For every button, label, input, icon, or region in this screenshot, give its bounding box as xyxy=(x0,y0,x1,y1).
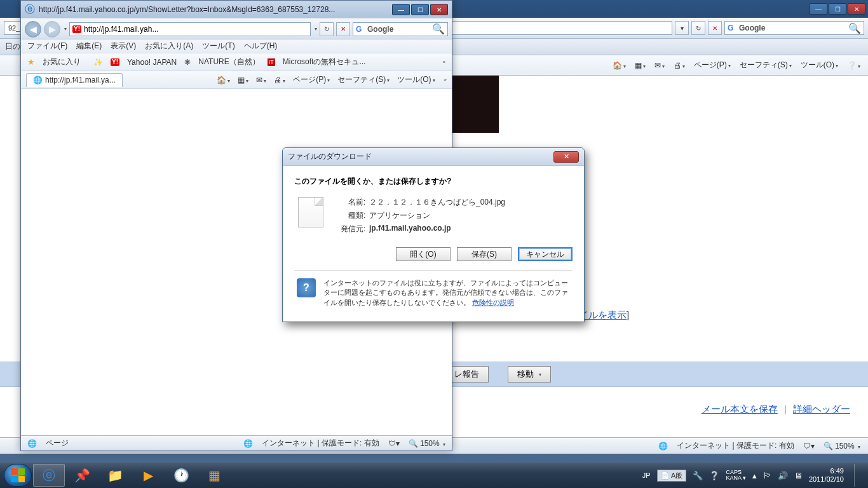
fg-close-button[interactable]: ✕ xyxy=(430,4,448,15)
taskbar-clock[interactable]: 6:49 2011/02/10 xyxy=(809,467,844,484)
fg-titlebar[interactable]: ⓔ http://jp.f41.mail.yahoo.co.jp/ym/Show… xyxy=(21,1,452,18)
caps-kana-indicator[interactable]: CAPSKANA ▾ xyxy=(726,470,746,481)
fg-menu-bar: ファイル(F) 編集(E) 表示(V) お気に入り(A) ツール(T) ヘルプ(… xyxy=(21,39,452,53)
image-thumbnail xyxy=(445,76,499,133)
menu-file[interactable]: ファイル(F) xyxy=(27,41,67,51)
fg-refresh-icon[interactable]: ↻ xyxy=(320,22,334,36)
from-label: 発信元: xyxy=(336,224,365,234)
ime-tool-icon[interactable]: 🔧 xyxy=(693,471,703,480)
menu-view[interactable]: 表示(V) xyxy=(111,41,136,51)
taskbar-pin[interactable]: 📌 xyxy=(66,464,98,487)
fg-status-globe-icon: 🌐 xyxy=(27,439,37,448)
detail-header-link[interactable]: 詳細ヘッダー xyxy=(793,403,850,414)
globe-icon: 🌐 xyxy=(658,442,668,451)
fg-zone-globe-icon: 🌐 xyxy=(243,439,253,448)
shield-icon: ? xyxy=(297,278,316,297)
bg-safety-menu[interactable]: セーフティ(S)▾ xyxy=(740,60,792,71)
fg-stop-icon[interactable]: ✕ xyxy=(336,22,350,36)
system-tray: JP 📄 A般 🔧 ❔ CAPSKANA ▾ ▴ 🏳 🔊 🖥 6:49 2011… xyxy=(642,464,864,487)
fg-search-icon[interactable]: 🔍 xyxy=(432,23,445,35)
fg-tab-bar: 🌐 http://jp.f41.mail.ya... 🏠▾ ▦▾ ✉▾ 🖨▾ ペ… xyxy=(21,71,452,89)
move-button[interactable]: 移動 ▾ xyxy=(508,366,551,383)
cancel-button[interactable]: キャンセル xyxy=(518,247,573,261)
tray-expand-icon[interactable]: ▴ xyxy=(752,471,757,480)
favorites-label[interactable]: お気に入り xyxy=(43,57,81,67)
protected-mode-icon[interactable]: 🛡▾ xyxy=(803,442,815,451)
dropdown-icon[interactable]: ▾ xyxy=(675,21,689,35)
refresh-icon[interactable]: ↻ xyxy=(691,21,705,35)
fg-feeds-icon[interactable]: ▦▾ xyxy=(238,76,248,85)
risk-description-link[interactable]: 危険性の説明 xyxy=(472,299,514,306)
fav-item-ms[interactable]: Microsoftの無料セキュ... xyxy=(283,57,366,67)
volume-icon[interactable]: 🔊 xyxy=(778,471,788,480)
print-icon[interactable]: 🖨▾ xyxy=(674,61,685,70)
taskbar-explorer[interactable]: 📁 xyxy=(99,464,131,487)
help-icon[interactable]: ❔▾ xyxy=(847,61,860,70)
add-fav-icon[interactable]: ✨ xyxy=(93,58,103,67)
menu-tools[interactable]: ツール(T) xyxy=(202,41,234,51)
ime-lang-indicator[interactable]: JP xyxy=(642,471,651,479)
fg-protected-icon[interactable]: 🛡▾ xyxy=(388,439,400,448)
search-icon[interactable]: 🔍 xyxy=(848,22,861,34)
forward-button[interactable]: ▶ xyxy=(44,21,60,37)
fg-maximize-button[interactable]: ☐ xyxy=(411,4,429,15)
dialog-title: ファイルのダウンロード xyxy=(288,151,553,162)
taskbar-media[interactable]: ▶ xyxy=(132,464,164,487)
flag-icon[interactable]: 🏳 xyxy=(763,471,771,480)
fav-yahoo-icon: Y! xyxy=(111,58,119,66)
fg-zoom[interactable]: 🔍 150% ▾ xyxy=(409,439,445,448)
feeds-icon[interactable]: ▦▾ xyxy=(635,61,646,70)
fg-safety-menu[interactable]: セーフティ(S)▾ xyxy=(337,74,390,85)
show-desktop-button[interactable] xyxy=(854,464,862,487)
fg-search-box[interactable]: G Google 🔍 xyxy=(353,22,448,36)
fg-address-bar[interactable]: Y! http://jp.f41.mail.yah... xyxy=(69,22,311,36)
fg-mail-icon[interactable]: ✉▾ xyxy=(256,76,266,85)
home-icon[interactable]: 🏠▾ xyxy=(613,61,626,70)
nav-history-dropdown[interactable]: ▾ xyxy=(64,26,67,32)
close-button[interactable]: ✕ xyxy=(848,3,865,15)
fav-ms-icon: IT xyxy=(268,58,275,66)
fav-item-yahoo[interactable]: Yahoo! JAPAN xyxy=(127,58,177,67)
taskbar-app[interactable]: ▦ xyxy=(198,464,230,487)
fg-zone-label: インターネット | 保護モード: 有効 xyxy=(262,438,379,449)
fg-favorites-bar: ★ お気に入り ✨ Y! Yahoo! JAPAN ❋ NATURE（自然） I… xyxy=(21,53,452,71)
bg-page-menu[interactable]: ページ(P)▾ xyxy=(694,60,731,71)
dialog-titlebar[interactable]: ファイルのダウンロード ✕ xyxy=(283,148,584,166)
bg-search-box[interactable]: G Google 🔍 xyxy=(724,21,864,35)
taskbar-clock-app[interactable]: 🕐 xyxy=(165,464,197,487)
mail-icon[interactable]: ✉▾ xyxy=(654,61,665,70)
ime-help-icon[interactable]: ❔ xyxy=(709,471,719,480)
back-button[interactable]: ◀ xyxy=(25,21,41,37)
maximize-button[interactable]: ☐ xyxy=(829,3,846,15)
ie-taskbar-icon: ⓔ xyxy=(43,467,55,484)
fg-print-icon[interactable]: 🖨▾ xyxy=(274,76,285,85)
fg-google-icon: G xyxy=(356,25,365,34)
minimize-button[interactable]: — xyxy=(810,3,827,15)
fg-tools-menu[interactable]: ツール(O)▾ xyxy=(397,74,435,85)
fav-more-icon[interactable]: » xyxy=(443,59,445,65)
fg-page-menu[interactable]: ページ(P)▾ xyxy=(293,74,330,85)
fav-item-nature[interactable]: NATURE（自然） xyxy=(198,57,259,67)
menu-edit[interactable]: 編集(E) xyxy=(76,41,102,51)
stop-icon[interactable]: ✕ xyxy=(708,21,722,35)
bg-zoom[interactable]: 🔍 150% ▾ xyxy=(824,442,860,451)
tray-icon[interactable]: 🖥 xyxy=(794,471,803,480)
fg-more-icon[interactable]: » xyxy=(444,77,447,83)
fg-home-icon[interactable]: 🏠▾ xyxy=(217,76,230,85)
google-icon: G xyxy=(728,24,736,32)
fg-active-tab[interactable]: 🌐 http://jp.f41.mail.ya... xyxy=(26,73,123,87)
bg-tools-menu[interactable]: ツール(O)▾ xyxy=(801,60,838,71)
ime-mode-indicator[interactable]: 📄 A般 xyxy=(657,470,687,482)
menu-favorites[interactable]: お気に入り(A) xyxy=(145,41,193,51)
file-icon xyxy=(298,197,323,227)
start-button[interactable] xyxy=(4,464,32,487)
fg-minimize-button[interactable]: — xyxy=(392,4,410,15)
menu-help[interactable]: ヘルプ(H) xyxy=(244,41,278,51)
save-button[interactable]: 保存(S) xyxy=(457,247,512,261)
taskbar-ie[interactable]: ⓔ xyxy=(33,464,65,487)
open-button[interactable]: 開く(O) xyxy=(396,247,451,261)
star-icon[interactable]: ★ xyxy=(27,57,35,67)
addr-dropdown-icon[interactable]: ▾ xyxy=(315,26,317,32)
save-body-link[interactable]: メール本文を保存 xyxy=(702,403,778,414)
dialog-close-button[interactable]: ✕ xyxy=(553,151,579,163)
